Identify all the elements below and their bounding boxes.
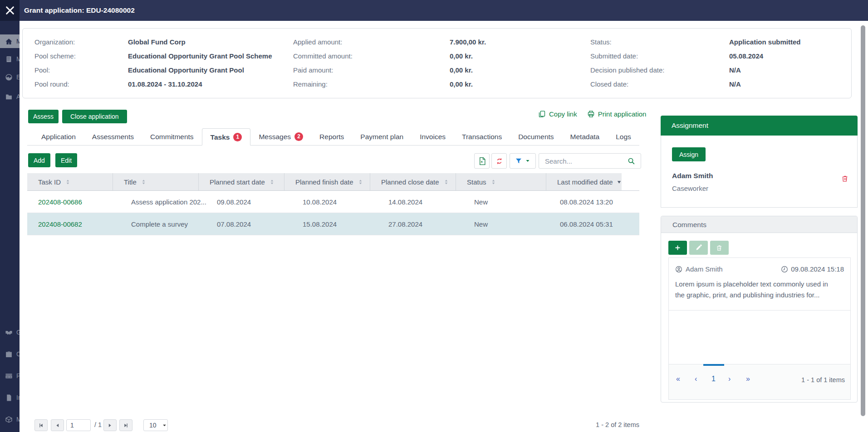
cell-task-id[interactable]: 202408-00682 <box>27 213 120 235</box>
comment-item[interactable]: Adam Smith 09.08.2024 15:18 Lorem ipsum … <box>669 258 850 311</box>
sort-icon <box>269 179 275 185</box>
sort-icon <box>443 179 450 185</box>
page-size-select[interactable]: 10 <box>143 419 168 431</box>
print-application-link[interactable]: Print application <box>587 110 647 118</box>
sidebar-item[interactable]: A <box>0 90 20 103</box>
next-page-button[interactable] <box>103 419 117 431</box>
previous-page-icon <box>54 422 60 428</box>
cell-planned-finish: 10.08.2024 <box>292 191 378 213</box>
tab[interactable]: Payment plan <box>352 128 412 145</box>
column-header[interactable]: Planned start date <box>199 173 284 190</box>
cell-last-modified: 06.08.2024 05:31 <box>549 213 639 235</box>
table-row[interactable]: 202408-00686 Assess application 202... 0… <box>27 191 639 213</box>
sidebar-icon <box>5 38 13 45</box>
search-icon[interactable] <box>628 157 635 165</box>
sidebar-item[interactable]: M <box>0 413 20 426</box>
info-label: Pool: <box>34 66 128 74</box>
info-label: Remaining: <box>293 80 450 88</box>
application-summary-card: Organization:Global Fund CorpPool scheme… <box>22 28 852 98</box>
cell-task-id[interactable]: 202408-00686 <box>27 191 120 213</box>
info-row: Committed amount:0,00 kr. <box>293 49 486 63</box>
delete-comment-button[interactable] <box>710 241 729 255</box>
last-page-button[interactable] <box>119 419 132 431</box>
sidebar-item[interactable]: In <box>0 391 20 404</box>
page-number[interactable]: 1 <box>711 375 716 383</box>
add-button[interactable]: Add <box>28 153 50 167</box>
column-header[interactable]: Status <box>456 173 546 190</box>
sidebar: M M E A G C P In <box>0 21 20 432</box>
sidebar-item-label: M <box>16 416 20 423</box>
filter-button[interactable] <box>510 153 536 169</box>
info-value: 7.900,00 kr. <box>450 38 486 46</box>
sidebar-item[interactable]: M <box>0 52 20 66</box>
column-header[interactable]: Task ID <box>27 173 113 190</box>
pager-info: 1 - 2 of 2 items <box>596 421 639 428</box>
sort-icon <box>357 179 364 185</box>
column-header[interactable]: Planned finish date <box>284 173 370 190</box>
assess-button[interactable]: Assess <box>28 110 59 123</box>
copy-link[interactable]: Copy link <box>538 110 577 118</box>
first-page-button[interactable]: « <box>676 375 680 383</box>
column-header[interactable]: Last modified date <box>546 173 622 190</box>
add-comment-button[interactable] <box>668 241 687 255</box>
sidebar-item[interactable]: C <box>0 347 20 361</box>
edit-button[interactable]: Edit <box>55 153 77 167</box>
scrollbar[interactable] <box>860 21 868 432</box>
tab[interactable]: Documents <box>510 128 562 145</box>
sidebar-item[interactable]: G <box>0 325 20 339</box>
table-pager: / 1 10 1 - 2 of 2 items <box>27 419 639 432</box>
comments-pager: « ‹ 1 › » 1 - 1 of 1 items <box>669 364 850 399</box>
previous-page-button[interactable]: ‹ <box>695 375 697 383</box>
close-application-button[interactable]: Close application <box>62 110 127 123</box>
sidebar-item-label: A <box>16 93 20 100</box>
assign-button[interactable]: Assign <box>672 147 706 161</box>
last-page-button[interactable]: » <box>746 375 750 383</box>
cell-status: New <box>463 191 549 213</box>
search-input[interactable] <box>545 157 628 165</box>
sort-icon <box>140 179 147 185</box>
tab[interactable]: Assessments <box>84 128 142 145</box>
tab-badge: 2 <box>294 132 303 141</box>
close-button[interactable] <box>0 0 20 21</box>
sidebar-icon <box>5 372 13 380</box>
info-value: 0,00 kr. <box>450 66 473 74</box>
info-row: Remaining:0,00 kr. <box>293 77 486 91</box>
remove-assignee-button[interactable] <box>841 175 849 184</box>
tab[interactable]: Application <box>33 128 84 145</box>
last-page-icon <box>123 422 129 428</box>
sidebar-icon <box>5 73 13 81</box>
tab[interactable]: Reports <box>311 128 352 145</box>
sort-icon <box>64 179 71 185</box>
column-header[interactable]: Planned close date <box>370 173 456 190</box>
refresh-button[interactable] <box>491 153 507 169</box>
scrollbar-thumb[interactable] <box>861 25 865 416</box>
page-number-input[interactable] <box>66 419 91 431</box>
tab[interactable]: Transactions <box>454 128 510 145</box>
tab[interactable]: Logs <box>608 128 639 145</box>
chevron-down-icon <box>525 158 530 164</box>
edit-comment-button[interactable] <box>689 241 708 255</box>
sidebar-item[interactable]: P <box>0 369 20 383</box>
tab[interactable]: Messages 2 <box>250 128 311 145</box>
cell-planned-close: 27.08.2024 <box>378 213 463 235</box>
export-excel-button[interactable] <box>474 153 490 169</box>
previous-page-button[interactable] <box>51 419 64 431</box>
tab[interactable]: Commitments <box>142 128 202 145</box>
info-value: N/A <box>729 66 741 74</box>
sidebar-item-label: E <box>16 73 20 81</box>
sidebar-icon <box>5 329 13 336</box>
info-value: N/A <box>729 80 741 88</box>
plus-icon <box>674 244 681 251</box>
column-header[interactable]: Title <box>113 173 199 190</box>
info-label: Pool scheme: <box>34 52 128 60</box>
tab[interactable]: Tasks 1 <box>202 128 251 146</box>
tab[interactable]: Metadata <box>562 128 608 145</box>
table-row[interactable]: 202408-00682 Complete a survey 07.08.202… <box>27 213 639 235</box>
first-page-button[interactable] <box>34 419 48 431</box>
sidebar-item-label: P <box>16 372 20 379</box>
tab[interactable]: Invoices <box>412 128 454 145</box>
sidebar-item[interactable]: M <box>0 34 20 48</box>
info-label: Status: <box>590 38 729 46</box>
next-page-button[interactable]: › <box>728 375 731 383</box>
sidebar-item[interactable]: E <box>0 70 20 84</box>
